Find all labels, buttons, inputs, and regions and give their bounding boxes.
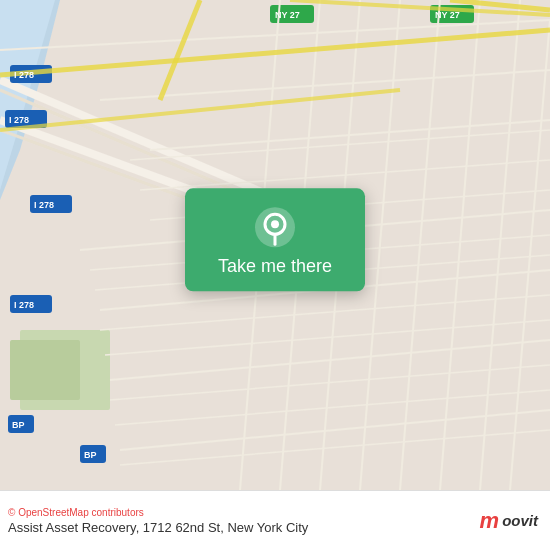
svg-point-57 [271,220,279,228]
svg-text:I 278: I 278 [34,200,54,210]
take-me-there-button[interactable]: Take me there [218,256,332,277]
copyright-text: © OpenStreetMap contributors [8,507,308,518]
svg-text:BP: BP [84,450,97,460]
address-text: Assist Asset Recovery, 1712 62nd St, New… [8,520,308,535]
svg-text:NY 27: NY 27 [435,10,460,20]
svg-text:NY 27: NY 27 [275,10,300,20]
navigation-card[interactable]: Take me there [185,188,365,291]
bottom-bar: © OpenStreetMap contributors Assist Asse… [0,490,550,550]
svg-text:I 278: I 278 [14,70,34,80]
svg-text:I 278: I 278 [14,300,34,310]
location-pin-icon [254,206,296,248]
bottom-left-info: © OpenStreetMap contributors Assist Asse… [8,507,308,535]
svg-text:BP: BP [12,420,25,430]
moovit-brand-text: oovit [502,512,538,529]
moovit-logo: m oovit [480,508,538,534]
moovit-m-icon: m [480,508,499,534]
svg-rect-4 [10,340,80,400]
map-container: I 278 I 278 I 278 I 278 NY 27 NY 27 BP B… [0,0,550,490]
svg-text:I 278: I 278 [9,115,29,125]
